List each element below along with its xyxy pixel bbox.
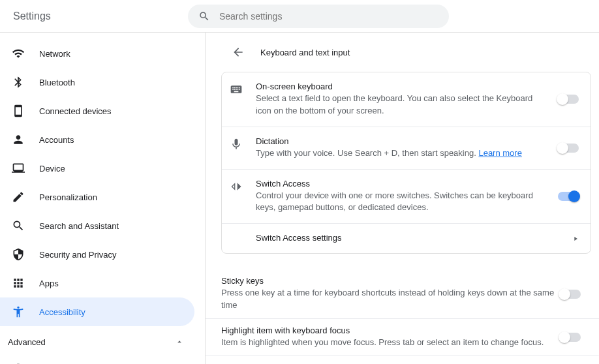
sidebar-item-label: Bluetooth [39, 78, 75, 87]
edit-icon [12, 190, 25, 204]
learn-more-link[interactable]: Learn more [478, 148, 521, 158]
row-desc: Press one key at a time for keyboard sho… [221, 287, 560, 312]
sidebar-item-label: Personalization [39, 192, 97, 202]
sidebar-advanced-toggle[interactable]: Advanced [0, 329, 200, 355]
row-onscreen-keyboard: On-screen keyboard Select a text field t… [222, 72, 591, 127]
sidebar-item-bluetooth[interactable]: Bluetooth [0, 68, 194, 97]
search-icon [12, 219, 25, 232]
mic-icon [230, 138, 243, 151]
sidebar-item-connected-devices[interactable]: Connected devices [0, 97, 194, 125]
sidebar-item-label: Network [39, 49, 70, 59]
sidebar-item-personalization[interactable]: Personalization [0, 183, 194, 211]
row-desc: Select a text field to open the keyboard… [256, 93, 545, 117]
row-switch-access-settings[interactable]: Switch Access settings [222, 224, 591, 253]
back-button[interactable] [232, 46, 245, 59]
bluetooth-icon [12, 76, 25, 89]
sidebar-item-search-assistant[interactable]: Search and Assistant [0, 211, 194, 240]
search-icon [198, 10, 210, 22]
page-header-row: Keyboard and text input [206, 39, 599, 72]
row-title: Sticky keys [221, 276, 560, 286]
search-wrap [51, 5, 586, 28]
row-title: Dictation [256, 136, 545, 146]
app-header: Settings [0, 0, 599, 33]
row-title: Switch Access [256, 179, 545, 189]
settings-card: On-screen keyboard Select a text field t… [221, 72, 591, 254]
wifi-icon [12, 47, 25, 60]
sidebar-item-date-time[interactable]: Date and time [0, 355, 194, 364]
sidebar-item-label: Accessibility [39, 307, 85, 317]
sidebar-item-network[interactable]: Network [0, 39, 194, 68]
apps-icon [12, 277, 25, 290]
advanced-label: Advanced [8, 337, 46, 347]
row-desc: Type with your voice. Use Search + D, th… [256, 147, 545, 160]
row-title: On-screen keyboard [256, 82, 545, 91]
sidebar-item-accessibility[interactable]: Accessibility [0, 297, 194, 326]
search-box[interactable] [188, 5, 449, 28]
toggle-sticky-keys[interactable] [560, 290, 581, 299]
shield-icon [12, 248, 25, 261]
sidebar-item-device[interactable]: Device [0, 154, 194, 183]
sidebar: Network Bluetooth Connected devices Acco… [0, 33, 206, 364]
row-switch-access: Switch Access Control your device with o… [222, 170, 591, 224]
row-title: Highlight item with keyboard focus [221, 326, 560, 335]
main-content: Keyboard and text input On-screen keyboa… [206, 33, 599, 364]
sidebar-item-label: Security and Privacy [39, 250, 117, 260]
sidebar-item-label: Connected devices [39, 106, 112, 116]
laptop-icon [12, 162, 25, 175]
row-sticky-keys: Sticky keys Press one key at a time for … [206, 269, 599, 319]
search-input[interactable] [219, 11, 438, 22]
chevron-right-icon [572, 235, 579, 242]
toggle-highlight-focus[interactable] [560, 333, 581, 342]
sidebar-item-label: Device [39, 164, 65, 174]
row-desc: Item is highlighted when you move focus.… [221, 337, 560, 349]
row-highlight-focus: Highlight item with keyboard focus Item … [206, 319, 599, 356]
row-title: Switch Access settings [256, 233, 559, 243]
app-title: Settings [13, 10, 51, 22]
row-dictation: Dictation Type with your voice. Use Sear… [222, 127, 591, 170]
sidebar-item-label: Accounts [39, 135, 74, 145]
phone-icon [12, 104, 25, 117]
person-icon [12, 133, 25, 146]
sidebar-item-accounts[interactable]: Accounts [0, 125, 194, 154]
row-desc: Control your device with one or more swi… [256, 190, 545, 215]
sidebar-item-apps[interactable]: Apps [0, 269, 194, 297]
toggle-switch-access[interactable] [558, 192, 579, 201]
sidebar-item-security-privacy[interactable]: Security and Privacy [0, 240, 194, 269]
page-title: Keyboard and text input [260, 48, 350, 57]
accessibility-icon [12, 305, 25, 318]
toggle-onscreen-keyboard[interactable] [558, 95, 579, 104]
switch-access-icon [230, 180, 243, 193]
sidebar-item-label: Search and Assistant [39, 221, 119, 231]
sidebar-item-label: Apps [39, 279, 59, 288]
chevron-up-icon [175, 337, 184, 346]
row-highlight-cursor: Highlight text cursor Cursor is highligh… [206, 356, 599, 364]
keyboard-icon [230, 83, 243, 96]
toggle-dictation[interactable] [558, 144, 579, 153]
